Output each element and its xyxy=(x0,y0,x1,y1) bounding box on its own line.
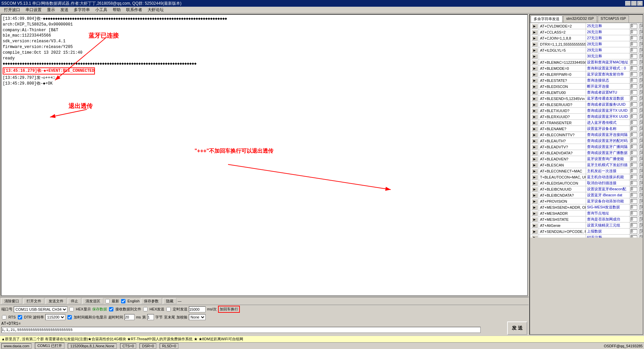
hide-button[interactable]: 隐藏 xyxy=(163,298,176,304)
save-params-button[interactable]: 保存参数 xyxy=(141,298,162,304)
cmd-send-button[interactable]: ▶ xyxy=(532,145,538,149)
cmd-delay-input[interactable] xyxy=(631,151,637,155)
cmd-delay-input[interactable] xyxy=(631,139,637,143)
cmd-delay-input[interactable] xyxy=(631,78,637,83)
cmd-times-input[interactable] xyxy=(640,193,643,198)
cmd-times-input[interactable] xyxy=(640,54,643,59)
cmd-delay-input[interactable] xyxy=(631,229,637,234)
cmd-times-input[interactable] xyxy=(640,127,643,131)
cmd-delay-input[interactable] xyxy=(631,96,637,101)
cmd-send-button[interactable]: ▶ xyxy=(532,127,538,131)
menu-forum[interactable]: 大虾论坛 xyxy=(145,6,166,13)
cmd-send-button[interactable]: ▶ xyxy=(532,175,538,180)
interval-input[interactable] xyxy=(189,306,206,312)
clear-send-area-button[interactable]: 清发送区 xyxy=(83,298,103,304)
cmd-delay-input[interactable] xyxy=(631,193,637,198)
cmd-times-input[interactable] xyxy=(640,66,643,71)
baud-select[interactable]: 115200 xyxy=(45,314,65,320)
clear-window-button[interactable]: 清除窗口 xyxy=(1,298,22,304)
latest-checkbox[interactable] xyxy=(105,299,110,303)
cmd-send-button[interactable]: ▶ xyxy=(532,90,538,95)
cmd-delay-input[interactable] xyxy=(631,181,637,186)
cmd-send-button[interactable]: ▶ xyxy=(532,84,538,89)
cmd-send-button[interactable]: ▶ xyxy=(532,54,538,59)
at-command-input[interactable] xyxy=(1,327,481,333)
cmd-times-input[interactable] xyxy=(640,151,643,155)
cmd-send-button[interactable]: ▶ xyxy=(532,66,538,71)
cmd-times-input[interactable] xyxy=(640,96,643,101)
cmd-times-input[interactable] xyxy=(640,42,643,47)
cmd-times-input[interactable] xyxy=(640,211,643,216)
cmd-send-button[interactable]: ▶ xyxy=(532,211,538,216)
maximize-button[interactable]: □ xyxy=(631,1,637,6)
menu-send[interactable]: 发送 xyxy=(58,6,71,13)
cmd-delay-input[interactable] xyxy=(631,120,637,125)
cmd-send-button[interactable]: ▶ xyxy=(532,36,538,41)
cmd-delay-input[interactable] xyxy=(631,36,637,41)
hex-display-checkbox[interactable] xyxy=(69,307,74,311)
terminal-panel[interactable]: [13:45:09.804]收←◆◆◆◆◆◆◆◆◆◆◆◆◆◆◆◆◆◆◆◆◆◆◆◆… xyxy=(1,14,528,296)
add-time-checkbox[interactable] xyxy=(67,315,72,319)
cmd-delay-input[interactable] xyxy=(631,127,637,131)
cmd-send-button[interactable]: ▶ xyxy=(532,96,538,101)
cmd-times-input[interactable] xyxy=(640,114,643,119)
cmd-times-input[interactable] xyxy=(640,181,643,186)
command-list-scroll[interactable]: ▶AT+CVLDMODE=225无注释▶AT+CCLASS=226无注释▶AT+… xyxy=(530,23,643,238)
cmd-send-button[interactable]: ▶ xyxy=(532,139,538,143)
menu-tools[interactable]: 小工具 xyxy=(93,6,110,13)
send-file-button[interactable]: 发送文件 xyxy=(46,298,66,304)
cmd-send-button[interactable]: ▶ xyxy=(532,223,538,228)
cmd-delay-input[interactable] xyxy=(631,60,637,65)
menu-help[interactable]: 帮助 xyxy=(110,6,123,13)
cmd-times-input[interactable] xyxy=(640,48,643,53)
minimize-button[interactable]: — xyxy=(625,1,631,6)
english-checkbox[interactable] xyxy=(121,299,125,303)
open-file-button[interactable]: 打开文件 xyxy=(23,298,44,304)
cmd-times-input[interactable] xyxy=(640,163,643,167)
cmd-delay-input[interactable] xyxy=(631,235,637,238)
cmd-send-button[interactable]: ▶ xyxy=(532,120,538,125)
cmd-times-input[interactable] xyxy=(640,24,643,29)
timeout-input[interactable] xyxy=(124,314,135,320)
cmd-send-button[interactable]: ▶ xyxy=(532,229,538,234)
cmd-times-input[interactable] xyxy=(640,72,643,77)
tab-stm32[interactable]: stm32/GD32 ISP xyxy=(563,15,597,22)
cmd-delay-input[interactable] xyxy=(631,187,637,192)
cmd-times-input[interactable] xyxy=(640,60,643,65)
cmd-times-input[interactable] xyxy=(640,90,643,95)
cmd-delay-input[interactable] xyxy=(631,54,637,59)
port-select[interactable]: COM11 USB-SERIAL CH340 xyxy=(14,306,67,312)
cmd-send-button[interactable]: ▶ xyxy=(532,187,538,192)
tab-stc[interactable]: STC/IAP15 ISP xyxy=(598,15,629,22)
cmd-send-button[interactable]: ▶ xyxy=(532,151,538,155)
send-button[interactable]: 发 送 xyxy=(507,321,527,335)
cmd-delay-input[interactable] xyxy=(631,133,637,137)
cmd-send-button[interactable]: ▶ xyxy=(532,205,538,210)
menu-multistring[interactable]: 多字符串 xyxy=(71,6,93,13)
cmd-times-input[interactable] xyxy=(640,78,643,83)
cmd-times-input[interactable] xyxy=(640,205,643,210)
cmd-send-button[interactable]: ▶ xyxy=(532,193,538,198)
cmd-delay-input[interactable] xyxy=(631,205,637,210)
cmd-times-input[interactable] xyxy=(640,102,643,107)
cmd-times-input[interactable] xyxy=(640,84,643,89)
cmd-times-input[interactable] xyxy=(640,235,643,238)
cmd-send-button[interactable]: ▶ xyxy=(532,181,538,186)
cmd-times-input[interactable] xyxy=(640,169,643,173)
cmd-times-input[interactable] xyxy=(640,229,643,234)
cmd-delay-input[interactable] xyxy=(631,199,637,204)
rts-checkbox[interactable] xyxy=(2,315,6,319)
cmd-send-button[interactable]: ▶ xyxy=(532,60,538,65)
cmd-send-button[interactable]: ▶ xyxy=(532,235,538,238)
cmd-send-button[interactable]: ▶ xyxy=(532,24,538,29)
cmd-delay-input[interactable] xyxy=(631,30,637,35)
cmd-delay-input[interactable] xyxy=(631,163,637,167)
cmd-times-input[interactable] xyxy=(640,133,643,137)
cmd-times-input[interactable] xyxy=(640,36,643,41)
cmd-delay-input[interactable] xyxy=(631,114,637,119)
cmd-delay-input[interactable] xyxy=(631,169,637,173)
page-input[interactable] xyxy=(147,314,154,320)
menu-serial-port[interactable]: 打开波口 xyxy=(1,6,23,13)
cmd-delay-input[interactable] xyxy=(631,84,637,89)
menu-contact[interactable]: 联系作者 xyxy=(123,6,145,13)
